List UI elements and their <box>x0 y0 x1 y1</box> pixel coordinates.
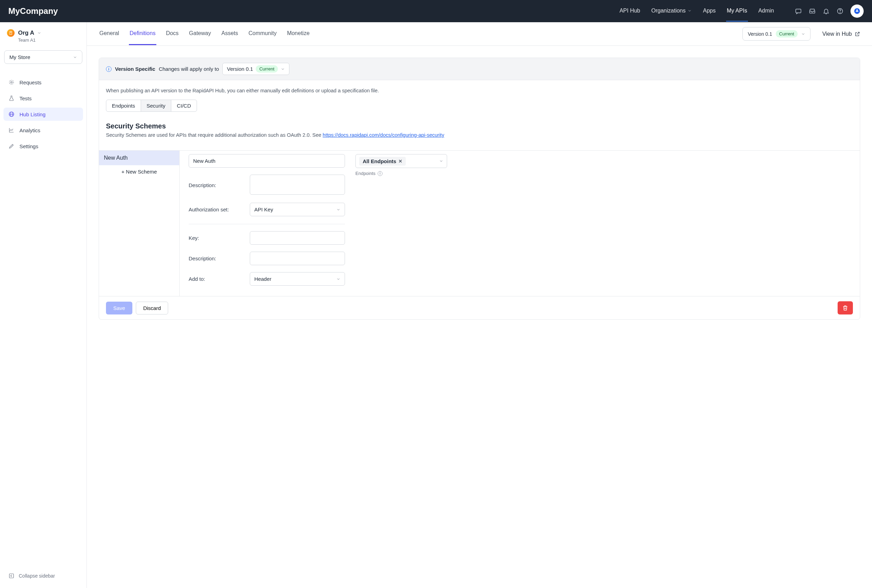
nav-apps[interactable]: Apps <box>702 1 716 21</box>
building-icon <box>9 31 13 35</box>
chevron-down-icon <box>37 31 41 35</box>
description-input[interactable] <box>250 175 345 195</box>
collapse-icon <box>8 573 15 579</box>
panel-description: When publishing an API version to the Ra… <box>106 88 853 93</box>
help-icon[interactable] <box>837 8 843 15</box>
svg-rect-4 <box>857 9 858 12</box>
add-to-label: Add to: <box>189 276 244 282</box>
chevron-down-icon <box>336 208 340 212</box>
definitions-panel: i Version Specific Changes will apply on… <box>99 58 860 320</box>
chip-label: All Endpoints <box>363 158 396 164</box>
nav-organizations-label: Organizations <box>651 8 686 14</box>
org-name: Org A <box>18 30 41 36</box>
chevron-down-icon <box>439 159 443 163</box>
endpoints-label: Endpoints i <box>355 171 447 176</box>
svg-rect-0 <box>796 9 801 13</box>
sidebar-item-label: Settings <box>20 143 38 149</box>
globe-icon <box>8 111 15 117</box>
nav-api-hub[interactable]: API Hub <box>619 1 641 21</box>
svg-point-9 <box>9 80 14 84</box>
view-in-hub-label: View in Hub <box>822 31 852 37</box>
subtab-security[interactable]: Security <box>141 100 171 111</box>
svg-point-8 <box>11 82 12 83</box>
scheme-name-input[interactable] <box>189 154 345 168</box>
info-icon[interactable]: i <box>377 171 382 176</box>
nav-organizations[interactable]: Organizations <box>651 1 693 21</box>
sidebar-item-tests[interactable]: Tests <box>3 92 83 105</box>
org-selector[interactable]: Org A <box>3 27 83 37</box>
form-footer: Save Discard <box>99 296 860 320</box>
chevron-down-icon <box>336 277 340 281</box>
side-nav: Requests Tests Hub Listing Analytics Set… <box>3 76 83 153</box>
tab-monetize[interactable]: Monetize <box>286 22 310 45</box>
sidebar-item-settings[interactable]: Settings <box>3 140 83 153</box>
key-input[interactable] <box>250 231 345 245</box>
tab-general[interactable]: General <box>99 22 120 45</box>
collapse-label: Collapse sidebar <box>19 573 55 579</box>
bell-icon[interactable] <box>823 8 830 15</box>
tab-gateway[interactable]: Gateway <box>188 22 212 45</box>
sidebar-item-label: Tests <box>20 96 32 101</box>
security-heading: Security Schemes <box>106 122 853 130</box>
security-description: Security Schemes are used for APIs that … <box>106 132 853 138</box>
sidebar-item-requests[interactable]: Requests <box>3 76 83 89</box>
auth-set-select[interactable]: API Key <box>250 203 345 216</box>
remove-chip-icon[interactable]: ✕ <box>398 159 402 164</box>
description-label: Description: <box>189 182 244 188</box>
sidebar-item-label: Analytics <box>20 128 40 133</box>
external-link-icon <box>855 31 860 37</box>
subtab-cicd[interactable]: CI/CD <box>171 100 197 111</box>
tab-assets[interactable]: Assets <box>221 22 239 45</box>
scheme-list: New Auth + New Scheme <box>99 151 180 296</box>
pencil-icon <box>8 143 15 149</box>
mini-version-dropdown[interactable]: Version 0.1 Current <box>223 63 289 75</box>
trash-icon <box>842 305 848 311</box>
sidebar-item-hub-listing[interactable]: Hub Listing <box>3 108 83 121</box>
tab-community[interactable]: Community <box>248 22 277 45</box>
scheme-item-new-auth[interactable]: New Auth <box>99 151 179 165</box>
subtab-endpoints[interactable]: Endpoints <box>106 100 141 111</box>
endpoints-select[interactable]: All Endpoints ✕ <box>355 154 447 168</box>
scheme-form: Description: Authorization set: API Key <box>180 151 860 296</box>
auth-set-label: Authorization set: <box>189 207 244 212</box>
tab-docs[interactable]: Docs <box>165 22 179 45</box>
save-button[interactable]: Save <box>106 302 132 315</box>
auth-set-value: API Key <box>254 207 273 212</box>
changes-text: Changes will apply only to <box>159 66 219 72</box>
security-docs-link[interactable]: https://docs.rapidapi.com/docs/configuri… <box>323 132 444 138</box>
sidebar-item-analytics[interactable]: Analytics <box>3 124 83 137</box>
store-dropdown[interactable]: My Store <box>4 50 82 64</box>
delete-button[interactable] <box>837 301 853 315</box>
add-to-select[interactable]: Header <box>250 272 345 286</box>
top-nav: API Hub Organizations Apps My APIs Admin <box>619 1 864 21</box>
avatar-icon <box>853 7 861 15</box>
sidebar-item-label: Requests <box>20 80 41 86</box>
version-specific-bar: i Version Specific Changes will apply on… <box>99 58 860 80</box>
svg-rect-13 <box>9 574 14 578</box>
description2-input[interactable] <box>250 252 345 265</box>
mini-version-badge: Current <box>256 65 278 72</box>
flask-icon <box>8 95 15 101</box>
content: General Definitions Docs Gateway Assets … <box>87 22 872 588</box>
chevron-down-icon <box>801 32 805 36</box>
subtabs: Endpoints Security CI/CD <box>106 100 197 112</box>
top-icons <box>795 4 864 18</box>
scheme-editor: New Auth + New Scheme Description: Autho… <box>99 150 860 296</box>
tab-definitions[interactable]: Definitions <box>129 22 156 45</box>
nav-admin[interactable]: Admin <box>758 1 775 21</box>
org-icon <box>7 29 15 37</box>
chevron-down-icon <box>281 67 285 71</box>
message-icon[interactable] <box>795 8 802 15</box>
collapse-sidebar[interactable]: Collapse sidebar <box>3 568 83 583</box>
store-label: My Store <box>9 54 30 60</box>
discard-button[interactable]: Discard <box>136 302 168 315</box>
view-in-hub-link[interactable]: View in Hub <box>822 31 860 37</box>
description2-label: Description: <box>189 255 244 261</box>
add-scheme-button[interactable]: + New Scheme <box>99 165 179 178</box>
brand-logo: MyCompany <box>8 6 58 16</box>
nav-my-apis[interactable]: My APIs <box>726 1 748 21</box>
avatar[interactable] <box>851 4 864 18</box>
version-specific-label: Version Specific <box>115 66 155 72</box>
inbox-icon[interactable] <box>809 8 816 15</box>
version-dropdown[interactable]: Version 0.1 Current <box>743 27 810 40</box>
